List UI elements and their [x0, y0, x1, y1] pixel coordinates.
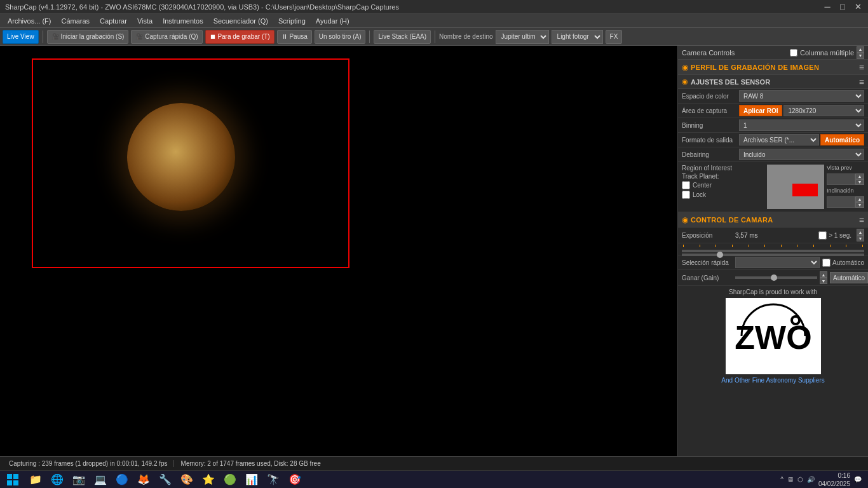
taskbar-paint[interactable]: 🎨 — [177, 472, 197, 487]
tray-usb-icon[interactable]: ⬡ — [797, 476, 803, 483]
start-button[interactable] — [3, 472, 23, 487]
roi-height-up[interactable]: ▲ — [855, 196, 864, 202]
svg-rect-4 — [13, 474, 18, 479]
taskbar-app-13[interactable]: 🎯 — [285, 472, 305, 487]
roi-height-down[interactable]: ▼ — [855, 202, 864, 208]
perfil-grabacion-section[interactable]: ◉ PERFIL DE GRABACIÓN DE IMAGEN ≡ — [678, 60, 868, 75]
area-captura-select[interactable]: 1280x720 — [783, 105, 864, 116]
menu-capturar[interactable]: Capturar — [95, 16, 132, 26]
taskbar-apps: 📁 🌐 📷 💻 🔵 🦊 🔧 🎨 ⭐ 🟢 📊 🔭 🎯 — [25, 472, 774, 487]
menu-ayuda[interactable]: Ayudar (H) — [311, 16, 355, 26]
maximize-button[interactable]: □ — [837, 2, 848, 12]
tray-chevron-icon[interactable]: ^ — [780, 476, 783, 483]
roi-section: Region of Interest Track Planet: Center … — [678, 162, 868, 212]
roi-width-input[interactable]: 1280 — [827, 173, 855, 185]
menu-secuenciador[interactable]: Secuenciador (Q) — [208, 16, 273, 26]
exposure-up[interactable]: ▲ — [857, 229, 864, 235]
control-camara-section[interactable]: ◉ CONTROL DE CAMARA ≡ — [678, 212, 868, 227]
exposure-down[interactable]: ▼ — [857, 235, 864, 241]
vista-previa-label: Vista prev — [827, 165, 864, 171]
menu-archivos[interactable]: Archivos... (F) — [3, 16, 56, 26]
live-stack-button[interactable]: Live Stack (EAA) — [374, 30, 431, 44]
roi-height-spinbtns: ▲ ▼ — [855, 196, 864, 208]
taskbar-app-7[interactable]: 🔧 — [155, 472, 175, 487]
debairing-row: Debairing Incluido — [678, 147, 868, 162]
taskbar-app-11[interactable]: 📊 — [241, 472, 262, 487]
menu-camaras[interactable]: Cámaras — [56, 16, 95, 26]
aplicar-roi-button[interactable]: Aplicar ROI — [739, 105, 782, 116]
lock-checkbox[interactable] — [682, 191, 690, 199]
gain-down[interactable]: ▼ — [820, 278, 827, 284]
ajustes-menu-icon[interactable]: ≡ — [859, 77, 864, 87]
lock-label: Lock — [693, 191, 706, 198]
toolbar-separator-2 — [369, 30, 370, 43]
taskbar-file-explorer[interactable]: 📁 — [25, 472, 46, 487]
espacio-color-select[interactable]: RAW 8 — [739, 90, 864, 102]
control-camara-title: CONTROL DE CAMARA — [691, 216, 773, 224]
gain-auto-button[interactable]: Automático — [830, 272, 868, 283]
formato-salida-select[interactable]: Archivos SER (*... — [739, 134, 819, 146]
fx-button[interactable]: FX — [606, 30, 623, 44]
zwo-link[interactable]: And Other Fine Astronomy Suppliers — [682, 377, 864, 384]
menu-instrumentos[interactable]: Instrumentos — [158, 16, 208, 26]
scroll-up-arrow[interactable]: ▲ — [857, 46, 864, 53]
gain-spinbox: ▲ ▼ — [820, 271, 827, 284]
nombre-destino-select[interactable]: Jupiter ultim — [496, 30, 549, 44]
menu-scripting[interactable]: Scripting — [273, 16, 311, 26]
binning-select[interactable]: 1 — [739, 119, 864, 131]
center-row: Center — [682, 181, 764, 189]
light-fotogr-select[interactable]: Light fotogr — [552, 30, 603, 44]
ajustes-sensor-section[interactable]: ◉ AJUSTES DEL SENSOR ≡ — [678, 75, 868, 89]
iniciar-grabacion-button[interactable]: 🎥 Iniciar la grabación (S) — [47, 30, 129, 44]
control-camara-menu-icon[interactable]: ≡ — [859, 215, 864, 225]
menu-vista[interactable]: Vista — [132, 16, 158, 26]
solo-tiro-button[interactable]: Un solo tiro (A) — [315, 30, 366, 44]
roi-height-input[interactable]: 720 — [827, 196, 855, 208]
taskbar-app-9[interactable]: ⭐ — [198, 472, 219, 487]
gain-slider[interactable] — [735, 276, 817, 279]
gain-row: Ganar (Gain) ▲ ▼ Automático 242 — [678, 270, 868, 286]
gt1sec-checkbox[interactable] — [818, 231, 827, 240]
espacio-color-row: Espacio de color RAW 8 — [678, 89, 868, 104]
close-button[interactable]: ✕ — [853, 2, 863, 12]
para-grabar-button[interactable]: ⏹ Para de grabar (T) — [205, 30, 275, 44]
taskbar-vscode[interactable]: 💻 — [90, 472, 111, 487]
auto-exposure-checkbox[interactable] — [822, 259, 831, 267]
minimize-button[interactable]: ─ — [822, 2, 832, 12]
center-checkbox[interactable] — [682, 181, 690, 189]
ajustes-arrow-icon: ◉ — [682, 78, 688, 86]
taskbar-app-12[interactable]: 🔭 — [263, 472, 283, 487]
debairing-select[interactable]: Incluido — [739, 149, 864, 160]
roi-width-spinbox: 1280 ▲ ▼ — [827, 173, 864, 185]
live-view-button[interactable]: Live View — [3, 30, 39, 44]
roi-width-up[interactable]: ▲ — [855, 173, 864, 179]
multiple-col-checkbox[interactable] — [790, 49, 797, 57]
taskbar-app-3[interactable]: 📷 — [69, 472, 89, 487]
seleccion-rapida-select[interactable] — [735, 257, 820, 268]
captura-rapida-button[interactable]: 🎥 Captura rápida (Q) — [131, 30, 202, 44]
tray-volume-icon[interactable]: 🔊 — [807, 476, 815, 483]
binning-label: Binning — [682, 122, 739, 129]
gain-label: Ganar (Gain) — [682, 274, 733, 281]
roi-width-down[interactable]: ▼ — [855, 179, 864, 185]
camera-controls-label: Camera Controls — [682, 49, 735, 57]
taskbar-chrome[interactable]: 🔵 — [112, 472, 132, 487]
center-label: Center — [693, 182, 712, 189]
formato-auto-button[interactable]: Automático — [820, 134, 864, 146]
exposure-slider[interactable] — [682, 254, 864, 256]
taskbar-browser[interactable]: 🌐 — [47, 472, 67, 487]
gain-up[interactable]: ▲ — [820, 271, 827, 278]
taskbar-app-10[interactable]: 🟢 — [220, 472, 240, 487]
scroll-down-arrow[interactable]: ▼ — [857, 53, 864, 59]
perfil-menu-icon[interactable]: ≡ — [859, 62, 864, 72]
tray-network-icon[interactable]: 🖥 — [787, 476, 794, 483]
pausa-button[interactable]: ⏸ Pausa — [277, 30, 312, 44]
taskbar-clock[interactable]: 0:16 04/02/2025 — [818, 471, 850, 488]
tray-notification-icon[interactable]: 💬 — [854, 476, 862, 483]
perfil-grabacion-title: PERFIL DE GRABACIÓN DE IMAGEN — [691, 64, 819, 71]
formato-salida-label: Formato de salida — [682, 137, 739, 144]
roi-left: Region of Interest Track Planet: Center … — [682, 165, 764, 209]
taskbar-firefox[interactable]: 🦊 — [133, 472, 154, 487]
toolbar-separator-3 — [435, 30, 435, 43]
auto-checkbox-area: Automático — [822, 259, 864, 267]
